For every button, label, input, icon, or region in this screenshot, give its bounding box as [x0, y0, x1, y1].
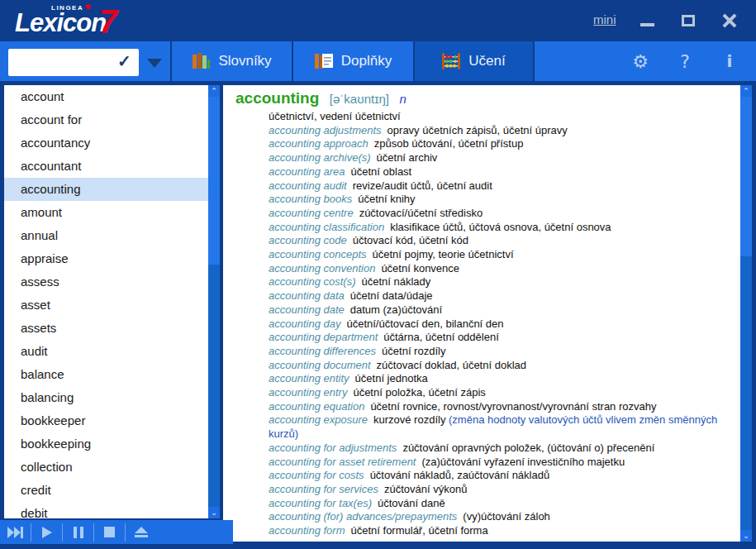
word-list-item[interactable]: accounting	[4, 178, 208, 201]
search-input[interactable]	[8, 49, 139, 76]
stop-button[interactable]	[94, 523, 126, 542]
word-list-item[interactable]: accountant	[4, 155, 208, 178]
collocation-phrase[interactable]: accounting for costs	[269, 469, 364, 481]
collocation-phrase[interactable]: accounting centre	[269, 207, 354, 219]
abacus-icon	[442, 53, 460, 69]
mini-mode-link[interactable]: mini	[593, 12, 616, 26]
collocation-phrase[interactable]: accounting entity	[269, 372, 349, 384]
word-list-item[interactable]: asset	[4, 294, 208, 317]
logo-version-number: 7	[99, 3, 117, 41]
collocation-phrase[interactable]: accounting cost(s)	[269, 275, 356, 288]
maximize-icon	[682, 15, 695, 26]
word-list-item[interactable]: account	[4, 85, 208, 108]
pause-button[interactable]	[63, 523, 94, 542]
word-list-item[interactable]: balancing	[4, 386, 208, 409]
word-list-item[interactable]: audit	[4, 340, 208, 363]
tab-uceni[interactable]: Učení	[413, 41, 535, 81]
collocation-phrase[interactable]: accounting differences	[269, 345, 376, 357]
collocation-row: accounting adjustmentsopravy účetních zá…	[235, 124, 735, 138]
collocation-row: accounting dataúčetní data/údaje	[235, 289, 735, 303]
collocation-phrase[interactable]: accounting concepts	[269, 248, 367, 260]
close-button[interactable]	[717, 10, 742, 31]
collocation-phrase[interactable]: accounting audit	[269, 179, 347, 192]
collocation-phrase[interactable]: accounting adjustments	[269, 124, 382, 136]
play-icon	[42, 527, 52, 538]
collocation-phrase[interactable]: accounting for services	[269, 483, 378, 495]
collocation-row: accounting dayúčetní/účtovací den, bilan…	[235, 317, 735, 332]
collocation-row: accounting exposurekurzové rozdíly (změn…	[235, 413, 735, 441]
collocation-phrase[interactable]: accounting area	[269, 165, 345, 178]
collocation-phrase[interactable]: accounting date	[269, 303, 345, 316]
collocation-row: accounting for adjustmentszúčtování opra…	[235, 442, 735, 456]
scroll-down-icon[interactable]: ⌄	[208, 507, 220, 518]
collocation-phrase[interactable]: accounting archive(s)	[269, 151, 371, 164]
minimize-button[interactable]	[635, 10, 659, 31]
word-list-item[interactable]: appraise	[4, 247, 208, 270]
play-button[interactable]	[31, 523, 63, 542]
collocation-row: accounting codeúčtovací kód, účetní kód	[235, 234, 735, 248]
collocation-phrase[interactable]: accounting equation	[269, 400, 364, 413]
word-list-item[interactable]: accountancy	[4, 131, 208, 155]
collocation-phrase[interactable]: accounting data	[269, 289, 345, 302]
word-list-item[interactable]: credit	[4, 479, 208, 502]
word-list-item[interactable]: assess	[4, 270, 208, 294]
entry-pronunciation: [əˈkaʊntɪŋ]	[330, 92, 389, 106]
tab-slovniky[interactable]: Slovníky	[170, 41, 292, 81]
collocation-row: accounting for costsúčtování nákladů, za…	[235, 469, 735, 483]
collocation-phrase[interactable]: accounting books	[269, 193, 352, 205]
collocation-phrase[interactable]: accounting day	[269, 317, 340, 330]
word-list-item[interactable]: debit	[4, 502, 208, 518]
word-list-panel: accountaccount foraccountancyaccountanta…	[4, 85, 220, 518]
collocation-row: accounting archive(s)účetní archiv	[235, 151, 735, 165]
collocation-row: accounting approachzpůsob účtování, účet…	[235, 137, 735, 151]
collocation-phrase[interactable]: accounting code	[269, 234, 347, 246]
search-dropdown-caret-icon[interactable]	[147, 59, 162, 68]
toolbar-right-icons: ⚙ ? i	[629, 41, 748, 81]
word-list-item[interactable]: bookkeeping	[4, 432, 208, 456]
collocation-translation: způsob účtování, účetní přístup	[374, 137, 524, 150]
gear-icon[interactable]: ⚙	[629, 51, 652, 72]
word-list-item[interactable]: bookkeeper	[4, 409, 208, 432]
word-list-item[interactable]: balance	[4, 363, 208, 386]
word-list-item[interactable]: account for	[4, 108, 208, 131]
collocation-phrase[interactable]: accounting exposure	[269, 413, 368, 426]
tab-doplnky[interactable]: Doplňky	[292, 41, 413, 81]
info-icon[interactable]: i	[718, 51, 741, 71]
eject-button[interactable]	[126, 523, 157, 542]
collocation-phrase[interactable]: accounting convention	[269, 262, 375, 274]
collocation-translation: účetní data/údaje	[350, 289, 433, 302]
tab-label: Doplňky	[341, 53, 392, 69]
entry-scrollbar[interactable]: ⌃ ⌄	[740, 85, 752, 542]
collocation-phrase[interactable]: accounting document	[269, 359, 371, 371]
entry-scrollbar-thumb[interactable]	[740, 97, 752, 256]
collocation-translation: klasifikace účtů, účtová osnova, účetní …	[390, 221, 611, 233]
collocation-row: accounting documentzúčtovací doklad, úče…	[235, 359, 735, 373]
app-logo: LINGEA Lexicon 7	[15, 3, 147, 40]
collocation-phrase[interactable]: accounting (for) advances/prepayments	[269, 510, 457, 523]
collocation-phrase[interactable]: accounting form	[269, 524, 345, 537]
collocation-phrase[interactable]: accounting for asset retirement	[269, 456, 416, 468]
scroll-down-icon[interactable]: ⌄	[740, 530, 752, 542]
word-list-item[interactable]: collection	[4, 456, 208, 479]
collocation-phrase[interactable]: accounting for adjustments	[269, 442, 397, 454]
collocation-phrase[interactable]: accounting classification	[269, 221, 384, 233]
help-icon[interactable]: ?	[673, 51, 697, 72]
scroll-up-icon[interactable]: ⌃	[208, 85, 220, 97]
skip-next-button[interactable]	[0, 523, 31, 542]
collocation-phrase[interactable]: accounting department	[269, 331, 378, 343]
collocation-phrase[interactable]: accounting for tax(es)	[269, 497, 372, 509]
wordlist-scrollbar[interactable]: ⌃ ⌄	[208, 85, 220, 518]
wordlist-scrollbar-thumb[interactable]	[208, 97, 220, 265]
collocation-translation: účetní jednotka	[355, 372, 428, 384]
close-icon	[722, 13, 737, 28]
word-list-item[interactable]: amount	[4, 201, 208, 224]
collocation-translation: účetní knihy	[358, 193, 415, 205]
collocation-phrase[interactable]: accounting entry	[269, 386, 347, 399]
collocation-phrase[interactable]: accounting approach	[269, 137, 368, 150]
maximize-button[interactable]	[676, 10, 701, 31]
collocation-row: accounting for tax(es)účtování daně	[235, 497, 735, 511]
entry-definition: účetnictví, vedení účetnictví	[235, 110, 735, 124]
scroll-up-icon[interactable]: ⌃	[740, 85, 752, 97]
word-list-item[interactable]: annual	[4, 224, 208, 247]
word-list-item[interactable]: assets	[4, 317, 208, 340]
